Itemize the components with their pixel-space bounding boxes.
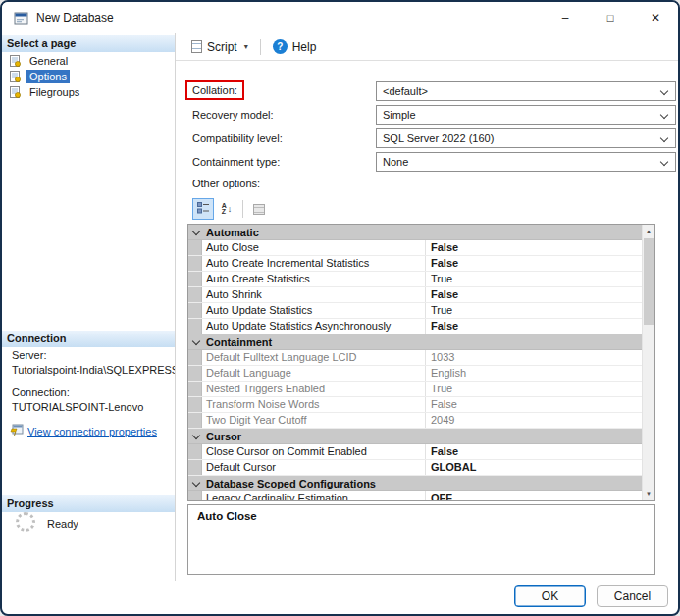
minimize-icon[interactable]: – [543, 2, 588, 33]
property-row[interactable]: Auto Update StatisticsTrue [188, 303, 642, 319]
property-row[interactable]: Auto Update Statistics AsynchronouslyFal… [188, 319, 642, 334]
property-name: Two Digit Year Cutoff [202, 413, 426, 428]
progress-header: Progress [2, 495, 175, 512]
row-indent [188, 272, 202, 286]
field-combobox[interactable]: Simple [376, 105, 676, 125]
sidebar-item-label: General [26, 54, 71, 68]
property-value[interactable]: False [426, 240, 642, 255]
row-indent [188, 491, 202, 500]
property-row[interactable]: Default LanguageEnglish [188, 366, 642, 382]
view-connection-properties-link[interactable]: View connection properties [27, 426, 157, 437]
property-value[interactable]: 1033 [426, 350, 642, 365]
sidebar-item-filegroups[interactable]: Filegroups [2, 84, 175, 100]
property-row[interactable]: Default CursorGLOBAL [188, 460, 642, 476]
property-value[interactable]: English [426, 366, 642, 381]
property-row[interactable]: Auto CloseFalse [188, 240, 642, 256]
property-value[interactable]: 2049 [426, 413, 642, 428]
cancel-button[interactable]: Cancel [597, 585, 668, 607]
scroll-down-icon[interactable]: ▼ [643, 488, 654, 500]
property-category-row[interactable]: Automatic [188, 225, 642, 240]
new-database-dialog: New Database – □ ✕ Select a page General… [0, 0, 680, 616]
property-row[interactable]: Auto ShrinkFalse [188, 287, 642, 303]
maximize-icon[interactable]: □ [588, 2, 633, 33]
toolbar-separator [260, 39, 261, 55]
row-indent [188, 413, 202, 428]
property-row[interactable]: Two Digit Year Cutoff2049 [188, 413, 642, 429]
category-name: Database Scoped Configurations [206, 478, 376, 489]
property-row[interactable]: Auto Create Incremental StatisticsFalse [188, 256, 642, 272]
category-name: Automatic [206, 227, 259, 238]
scrollbar[interactable]: ▲ ▼ [642, 225, 654, 500]
row-indent [188, 366, 202, 381]
connection-label: Connection: [12, 386, 175, 398]
field-combobox[interactable]: <default> [376, 81, 676, 101]
connection-value: TUTORIALSPOINT-Lenovo [12, 401, 175, 413]
property-row[interactable]: Nested Triggers EnabledTrue [188, 382, 642, 397]
combobox-value: Simple [383, 109, 416, 121]
field-label: Compatibility level: [192, 132, 283, 144]
property-row[interactable]: Legacy Cardinality EstimationOFF [188, 491, 642, 500]
sidebar-item-options[interactable]: Options [2, 69, 175, 84]
property-name: Default Fulltext Language LCID [202, 350, 426, 365]
row-indent [188, 382, 202, 396]
form-field-row: Containment type:None [192, 152, 676, 172]
row-indent [188, 303, 202, 318]
pages-list: GeneralOptionsFilegroups [2, 53, 175, 100]
toolbar: Script ▾ ? Help [176, 33, 678, 61]
property-pages-icon [253, 204, 265, 215]
chevron-down-icon [660, 134, 668, 142]
property-grid-rows: AutomaticAuto CloseFalseAuto Create Incr… [188, 225, 642, 500]
help-button[interactable]: ? Help [267, 36, 323, 57]
property-row[interactable]: Close Cursor on Commit EnabledFalse [188, 444, 642, 460]
page-icon [9, 71, 21, 82]
sort-alphabetical-button[interactable]: A Z ↓ [216, 198, 237, 220]
property-value[interactable]: False [426, 287, 642, 302]
ok-button[interactable]: OK [514, 585, 586, 607]
grid-toolbar: A Z ↓ [192, 198, 270, 220]
property-row[interactable]: Auto Create StatisticsTrue [188, 272, 642, 287]
field-label: Containment type: [192, 156, 280, 168]
description-title: Auto Close [197, 510, 646, 522]
collapse-chevron-icon[interactable] [192, 431, 200, 438]
property-value[interactable]: GLOBAL [426, 460, 642, 475]
property-category-row[interactable]: Containment [188, 334, 642, 350]
property-pages-button[interactable] [248, 198, 270, 220]
sidebar-item-general[interactable]: General [2, 53, 175, 69]
other-options-label: Other options: [192, 178, 260, 189]
property-value[interactable]: False [426, 397, 642, 412]
property-row[interactable]: Default Fulltext Language LCID1033 [188, 350, 642, 366]
field-combobox[interactable]: None [376, 152, 676, 172]
collapse-chevron-icon[interactable] [192, 478, 200, 486]
script-button[interactable]: Script ▾ [185, 37, 254, 57]
help-label: Help [292, 40, 317, 54]
combobox-value: <default> [383, 85, 428, 97]
grid-toolbar-separator [242, 200, 243, 218]
property-value[interactable]: True [426, 382, 642, 396]
property-value[interactable]: OFF [426, 491, 642, 500]
property-category-row[interactable]: Cursor [188, 429, 642, 444]
script-dropdown-icon[interactable]: ▾ [244, 42, 248, 51]
sidebar-item-label: Options [26, 70, 70, 83]
property-value[interactable]: True [426, 303, 642, 318]
close-icon[interactable]: ✕ [633, 2, 678, 33]
field-combobox[interactable]: SQL Server 2022 (160) [376, 128, 676, 148]
property-row[interactable]: Transform Noise WordsFalse [188, 397, 642, 413]
property-value[interactable]: False [426, 256, 642, 271]
scroll-up-icon[interactable]: ▲ [643, 225, 654, 237]
window-controls: – □ ✕ [543, 2, 678, 33]
main-panel: Script ▾ ? Help Collation:<default>Recov… [175, 33, 678, 581]
property-value[interactable]: False [426, 444, 642, 459]
field-label: Recovery model: [192, 109, 274, 121]
property-name: Auto Close [202, 240, 426, 255]
collapse-chevron-icon[interactable] [192, 227, 200, 234]
collapse-chevron-icon[interactable] [192, 336, 200, 344]
connection-header: Connection [2, 331, 175, 347]
sort-arrow-icon: ↓ [228, 204, 233, 214]
row-indent [188, 287, 202, 302]
progress-spinner-icon [16, 512, 35, 532]
categorized-button[interactable] [192, 198, 214, 220]
property-value[interactable]: False [426, 319, 642, 334]
scrollbar-thumb[interactable] [644, 238, 654, 325]
property-category-row[interactable]: Database Scoped Configurations [188, 476, 642, 491]
property-value[interactable]: True [426, 272, 642, 286]
